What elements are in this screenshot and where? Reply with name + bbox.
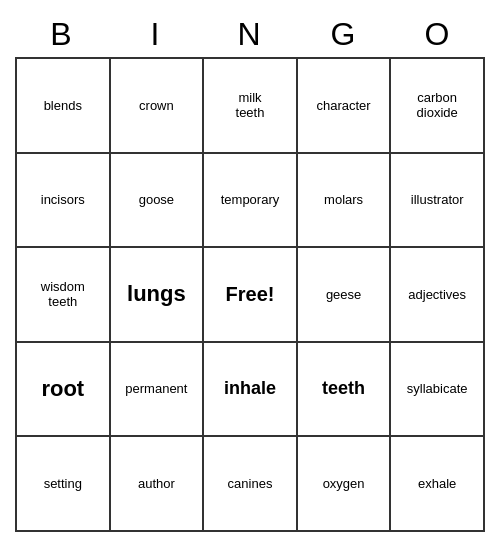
- bingo-cell: goose: [111, 154, 205, 249]
- bingo-cell: canines: [204, 437, 298, 532]
- bingo-cell: character: [298, 59, 392, 154]
- header-letter: G: [297, 12, 391, 57]
- header-letter: I: [109, 12, 203, 57]
- bingo-cell: blends: [17, 59, 111, 154]
- bingo-cell: root: [17, 343, 111, 438]
- bingo-cell: crown: [111, 59, 205, 154]
- bingo-cell: carbondioxide: [391, 59, 485, 154]
- bingo-grid: blendscrownmilkteethcharactercarbondioxi…: [15, 57, 485, 532]
- bingo-cell: inhale: [204, 343, 298, 438]
- header-letter: N: [203, 12, 297, 57]
- bingo-cell: adjectives: [391, 248, 485, 343]
- bingo-cell: temporary: [204, 154, 298, 249]
- bingo-cell: permanent: [111, 343, 205, 438]
- header-letter: B: [15, 12, 109, 57]
- bingo-cell: setting: [17, 437, 111, 532]
- bingo-cell: syllabicate: [391, 343, 485, 438]
- bingo-cell: exhale: [391, 437, 485, 532]
- bingo-cell: geese: [298, 248, 392, 343]
- bingo-cell: molars: [298, 154, 392, 249]
- header-letter: O: [391, 12, 485, 57]
- bingo-cell: illustrator: [391, 154, 485, 249]
- bingo-header: BINGO: [15, 12, 485, 57]
- bingo-cell: lungs: [111, 248, 205, 343]
- bingo-card: BINGO blendscrownmilkteethcharactercarbo…: [15, 12, 485, 532]
- bingo-cell: oxygen: [298, 437, 392, 532]
- bingo-cell: teeth: [298, 343, 392, 438]
- bingo-cell: author: [111, 437, 205, 532]
- bingo-cell: incisors: [17, 154, 111, 249]
- bingo-cell: Free!: [204, 248, 298, 343]
- bingo-cell: wisdomteeth: [17, 248, 111, 343]
- bingo-cell: milkteeth: [204, 59, 298, 154]
